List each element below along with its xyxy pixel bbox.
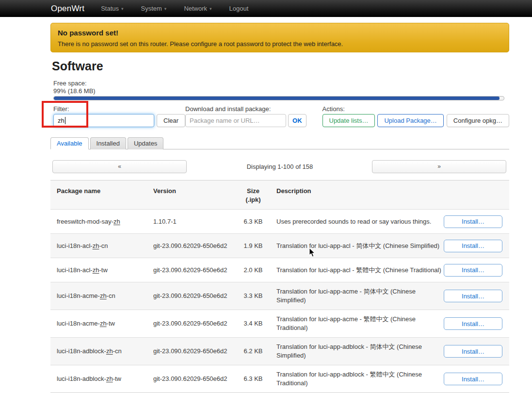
package-name-cell: luci-i18n-acme-zh-cn [50,287,153,305]
description-cell: Translation for luci-app-adblock - 简体中文 … [276,338,441,365]
chevron-down-icon: ▾ [210,6,212,11]
install-button[interactable]: Install… [444,240,502,252]
size-cell: 6.3 KB [241,370,266,388]
filter-match-highlight: zh [93,266,99,274]
ok-button[interactable]: OK [288,114,306,127]
update-lists-button[interactable]: Update lists… [322,114,375,127]
tab-available[interactable]: Available [50,137,89,149]
progress-fill [54,97,500,100]
configure-opkg-button[interactable]: Configure opkg… [447,114,509,127]
clear-button[interactable]: Clear [157,114,185,127]
next-page-icon: » [437,163,441,170]
version-cell: git-23.090.62029-650e6d2 [153,261,241,279]
table-header-row: Package name Version Size (.ipk) Descrip… [50,180,509,210]
nav-item-label: Status [101,5,119,12]
upload-package-button[interactable]: Upload Package… [377,114,443,127]
size-cell: 6.2 KB [241,342,266,360]
actions-label: Actions: [322,105,510,113]
install-button[interactable]: Install… [444,317,502,330]
package-url-input[interactable] [185,114,286,127]
header-description: Description [276,180,441,200]
prev-page-icon: « [118,163,121,170]
package-name-cell: luci-i18n-adblock-zh-cn [50,342,153,360]
version-cell: git-23.090.62029-650e6d2 [153,370,241,388]
next-page-button[interactable]: » [372,160,506,173]
version-cell: git-23.090.62029-650e6d2 [153,314,241,333]
tab-installed[interactable]: Installed [90,137,126,149]
actions-section: Actions: Update lists… Upload Package… C… [322,105,510,127]
free-space-progressbar [53,96,504,100]
text-caret [65,117,65,124]
nav-item-logout[interactable]: Logout [229,5,249,12]
table-row: luci-i18n-acme-zh-tw git-23.090.62029-65… [50,310,509,338]
screen: OpenWrt Status ▾ System ▾ Network ▾ Logo… [0,0,532,393]
package-name-text: luci-i18n-adblock- [57,347,106,355]
description-cell: Translation for luci-app-acl - 繁體中文 (Chi… [276,261,441,279]
chevron-down-icon: ▾ [164,6,167,11]
download-label: Download and install package: [185,105,307,113]
tab-updates[interactable]: Updates [128,137,163,149]
table-row: luci-i18n-acme-zh-cn git-23.090.62029-65… [50,282,509,310]
main-menu: Status ▾ System ▾ Network ▾ Logout [101,5,266,12]
filter-match-highlight: zh [100,320,107,327]
package-name-text: luci-i18n-adblock- [57,375,106,382]
nav-item-status[interactable]: Status ▾ [101,5,123,12]
nav-item-label: System [141,5,162,12]
action-cell: Install… [441,312,509,335]
version-cell: git-23.090.62029-650e6d2 [153,237,241,255]
top-navbar: OpenWrt Status ▾ System ▾ Network ▾ Logo… [0,0,532,17]
package-name-text: -tw [107,320,115,327]
package-name-text: luci-i18n-acl- [57,242,93,249]
install-button[interactable]: Install… [444,373,502,385]
table-row: freeswitch-mod-say-zh 1.10.7-1 6.3 KB Us… [50,210,509,234]
package-table: Package name Version Size (.ipk) Descrip… [50,180,509,393]
header-version: Version [153,180,241,200]
table-row: luci-i18n-adblock-zh-cn git-23.090.62029… [50,338,509,365]
package-name-text: luci-i18n-acme- [57,320,100,327]
package-name-cell: freeswitch-mod-say-zh [50,213,153,231]
filter-input[interactable] [53,114,154,127]
nav-item-label: Network [184,5,207,12]
table-body: freeswitch-mod-say-zh 1.10.7-1 6.3 KB Us… [50,210,509,393]
alert-message: There is no password set on this router.… [58,40,502,48]
version-cell: git-23.090.62029-650e6d2 [153,287,241,305]
chevron-down-icon: ▾ [121,6,124,11]
filter-section: Filter: Clear [53,105,185,127]
filter-match-highlight: zh [106,375,113,382]
nav-item-system[interactable]: System ▾ [141,5,167,12]
header-actions [441,180,509,192]
header-size: Size (.ipk) [241,180,266,209]
page-title: Software [52,59,509,73]
action-cell: Install… [441,235,509,257]
install-button[interactable]: Install… [444,290,502,302]
table-row: luci-i18n-adblock-zh-tw git-23.090.62029… [50,365,509,393]
size-cell: 2.0 KB [241,261,266,279]
action-cell: Install… [441,340,509,362]
prev-page-button[interactable]: « [52,160,187,173]
filter-match-highlight: zh [113,218,120,225]
version-cell: 1.10.7-1 [153,213,241,231]
package-name-cell: luci-i18n-acl-zh-tw [50,261,153,279]
size-cell: 3.4 KB [241,314,266,333]
package-name-text: luci-i18n-acl- [57,266,93,274]
install-button[interactable]: Install… [444,215,502,228]
nav-item-network[interactable]: Network ▾ [184,5,211,12]
package-name-text: freeswitch-mod-say- [57,218,113,225]
tab-bar: Available Installed Updates [50,137,509,149]
size-cell: 6.3 KB [241,213,266,231]
pagination-bar: « Displaying 1-100 of 158 » [50,160,509,173]
description-cell: Translation for luci-app-acme - 简体中文 (Ch… [276,282,441,310]
description-cell: Translation for luci-app-adblock - 繁體中文 … [276,365,441,393]
free-space-label: Free space: [53,80,509,87]
alert-title: No password set! [58,29,502,37]
package-name-text: -cn [113,347,122,355]
install-button[interactable]: Install… [444,264,502,277]
size-cell: 3.3 KB [241,287,266,305]
package-name-cell: luci-i18n-acme-zh-tw [50,314,153,333]
action-cell: Install… [441,285,509,307]
package-name-text: -cn [107,292,115,299]
package-name-text: -tw [113,375,121,382]
download-section: Download and install package: OK [185,105,307,127]
filter-match-highlight: zh [106,347,113,355]
install-button[interactable]: Install… [444,345,502,358]
